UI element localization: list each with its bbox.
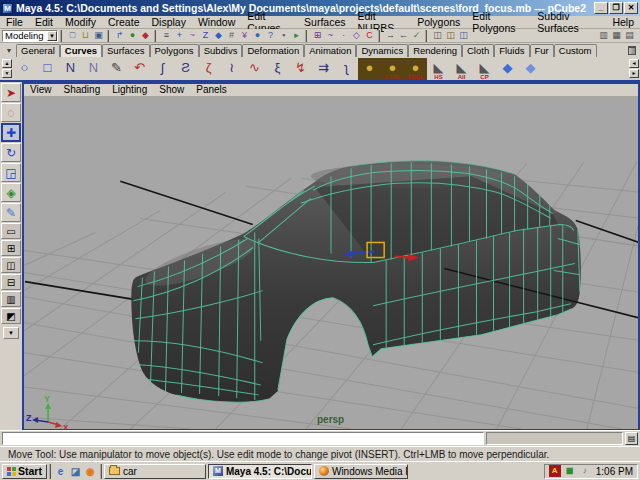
shelf-tab[interactable]: Deformation (242, 44, 304, 57)
snap-view-plane-icon[interactable]: ◇ (350, 29, 363, 42)
mask-dynamics-icon[interactable]: # (225, 29, 238, 42)
select-mask-combo-icon[interactable]: ≡ (160, 29, 173, 42)
mask-points-icon[interactable]: + (173, 29, 186, 42)
menu-item[interactable]: Help (606, 16, 640, 28)
taskbar-task-maya[interactable]: M Maya 4.5: C:\Docume... (208, 464, 312, 479)
menu-item[interactable]: Subdiv Surfaces (531, 10, 606, 34)
mask-surfaces-icon[interactable]: Z (199, 29, 212, 42)
start-button[interactable]: Start (2, 464, 47, 479)
mask-rendering-icon[interactable]: ¥ (238, 29, 251, 42)
last-tool-used[interactable]: ✎ (1, 203, 21, 222)
layout-menu-button[interactable]: ▼ (3, 327, 19, 339)
move-tool[interactable]: ✚ (1, 123, 21, 142)
output-connections-icon[interactable]: ← (397, 29, 410, 42)
ipr-render-icon[interactable]: ◫ (444, 29, 457, 42)
layout-four-pane[interactable]: ⊞ (1, 240, 21, 256)
show-attribute-editor-icon[interactable]: ▥ (597, 29, 610, 42)
snap-point-icon[interactable]: ∙ (337, 29, 350, 42)
select-component-icon[interactable]: ◆ (139, 29, 152, 42)
shelf-tab[interactable]: Custom (554, 44, 597, 57)
extend-curve-icon[interactable]: ⇉ (312, 58, 335, 80)
panel-menu-item[interactable]: Lighting (106, 84, 153, 96)
poly-crystal-icon[interactable]: ◆ (496, 58, 519, 80)
sculpt-sphere-ctrl-icon[interactable]: ●CTRL (381, 58, 404, 80)
panel-menu-item[interactable]: View (24, 84, 58, 96)
select-tool[interactable]: ➤ (1, 83, 21, 102)
shelf-scroll-left-icon[interactable]: ◄ (629, 59, 639, 68)
lock-selection-icon[interactable]: ▪ (277, 29, 290, 42)
scale-tool[interactable]: ◲ (1, 163, 21, 182)
select-hierarchy-icon[interactable]: ↱ (113, 29, 126, 42)
menu-item[interactable]: Edit (29, 16, 59, 28)
mask-misc-icon[interactable]: ● (251, 29, 264, 42)
open-scene-icon[interactable]: ⊔ (79, 29, 92, 42)
rotate-tool[interactable]: ↻ (1, 143, 21, 162)
input-connections-icon[interactable]: → (384, 29, 397, 42)
align-curves-icon[interactable]: ζ (197, 58, 220, 80)
close-button[interactable]: ✕ (624, 2, 638, 14)
panel-menu-item[interactable]: Shading (58, 84, 107, 96)
cut-curve-icon[interactable]: ∿ (243, 58, 266, 80)
open-close-curve-icon[interactable]: ≀ (220, 58, 243, 80)
mask-deformations-icon[interactable]: ◆ (212, 29, 225, 42)
save-scene-icon[interactable]: ▣ (92, 29, 105, 42)
volume-icon[interactable]: ♪ (579, 465, 591, 477)
layout-two-pane-stacked[interactable]: ⊟ (1, 274, 21, 290)
menu-item[interactable]: Surfaces (298, 16, 351, 28)
sculpt-sphere-icon[interactable]: ● (358, 58, 381, 80)
shelf-tab[interactable]: Curves (60, 44, 102, 57)
highlight-selection-icon[interactable]: ▸ (290, 29, 303, 42)
sculpt-sphere-tool-icon[interactable]: ●TOOL (404, 58, 427, 80)
render-current-frame-icon[interactable]: ◫ (431, 29, 444, 42)
select-object-icon[interactable]: ● (126, 29, 139, 42)
command-input[interactable] (2, 432, 484, 445)
maximize-button[interactable]: ❐ (609, 2, 623, 14)
menu-item[interactable]: Modify (59, 16, 102, 28)
square-tool-icon[interactable]: □ (36, 58, 59, 80)
language-indicator-icon[interactable]: A (549, 465, 561, 477)
shelf-tab-menu-icon[interactable]: ▼ (2, 45, 16, 57)
circle-tool-icon[interactable]: ○ (13, 58, 36, 80)
script-editor-icon[interactable]: ▤ (625, 432, 638, 445)
curve-fillet-icon[interactable]: ξ (266, 58, 289, 80)
display-settings-icon[interactable]: ▦ (564, 465, 576, 477)
shelf-tab[interactable]: General (16, 44, 60, 57)
shelf-tab[interactable]: Rendering (408, 44, 462, 57)
shelf-tab[interactable]: Dynamics (356, 44, 408, 57)
shelf-menu-up-icon[interactable]: ▲ (2, 59, 12, 68)
show-manipulator-tool[interactable]: ◈ (1, 183, 21, 202)
insert-knot-icon[interactable]: ↯ (289, 58, 312, 80)
mask-curves-icon[interactable]: ~ (186, 29, 199, 42)
menu-item[interactable]: Polygons (411, 16, 466, 28)
taskbar-task-car[interactable]: car (104, 464, 206, 479)
snap-grid-icon[interactable]: ⊞ (311, 29, 324, 42)
shelf-menu-down-icon[interactable]: ▼ (2, 69, 12, 78)
construction-history-icon[interactable]: ✓ (410, 29, 423, 42)
shelf-delete-area[interactable] (628, 43, 636, 57)
quick-select-icon[interactable]: ? (264, 29, 277, 42)
cv-curve-tool-icon[interactable]: N (59, 58, 82, 80)
new-scene-icon[interactable]: □ (66, 29, 79, 42)
internet-explorer-icon[interactable]: e (54, 465, 67, 478)
shelf-tab[interactable]: Fur (530, 44, 554, 57)
snap-curve-icon[interactable]: ~ (324, 29, 337, 42)
shelf-scroll-right-icon[interactable]: ► (629, 69, 639, 78)
shelf-tab[interactable]: Animation (304, 44, 356, 57)
lasso-select-tool[interactable]: ◌ (1, 103, 21, 122)
media-player-quick-icon[interactable]: ◉ (84, 465, 97, 478)
layout-hypershade-persp[interactable]: ▥ (1, 291, 21, 307)
menu-item[interactable]: Display (145, 16, 191, 28)
layout-single-pane[interactable]: ▭ (1, 223, 21, 239)
pencil-curve-tool-icon[interactable]: ✎ (105, 58, 128, 80)
convert-cp-icon[interactable]: ◣CP (473, 58, 496, 80)
ep-curve-tool-icon[interactable]: N (82, 58, 105, 80)
menu-item[interactable]: Window (192, 16, 241, 28)
layout-two-pane-side[interactable]: ◫ (1, 257, 21, 273)
taskbar-task-wmp[interactable]: Windows Media Player (314, 464, 408, 479)
viewport-3d[interactable]: Y Z x persp (24, 97, 638, 429)
taskbar-clock[interactable]: 1:06 PM (594, 466, 633, 477)
arc-tool-icon[interactable]: ↶ (128, 58, 151, 80)
menu-item[interactable]: File (0, 16, 29, 28)
render-globals-icon[interactable]: ◫ (457, 29, 470, 42)
show-channel-box-icon[interactable]: ▤ (623, 29, 636, 42)
